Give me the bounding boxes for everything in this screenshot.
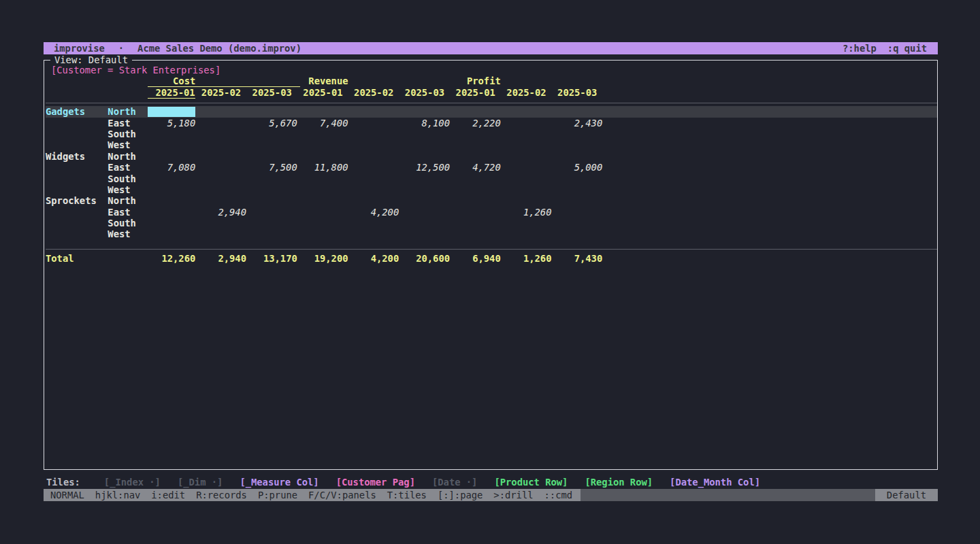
cell-value[interactable] [555,184,606,195]
cell-value[interactable] [351,129,402,139]
month-header[interactable]: 2025-01 [300,87,351,98]
table-row[interactable]: West [46,184,937,195]
cell-value[interactable] [351,218,402,228]
table-row[interactable]: South [46,129,937,139]
cell-value[interactable] [351,195,402,206]
cell-value[interactable] [351,139,402,150]
month-header[interactable]: 2025-03 [402,87,453,98]
cell-value[interactable] [351,118,402,129]
cell-value[interactable] [148,228,199,239]
month-header[interactable]: 2025-02 [351,87,402,98]
cell-value[interactable] [300,151,351,162]
cell-value[interactable] [555,106,606,117]
cell-value[interactable] [198,151,249,162]
cell-cursor[interactable] [148,107,196,117]
table-row[interactable]: Gadgets North [46,106,937,117]
cell-value[interactable] [555,207,606,218]
cell-value[interactable] [402,218,453,228]
cell-value[interactable] [198,139,249,150]
cell-value[interactable] [453,129,504,139]
cell-value[interactable]: 11,800 [300,162,351,173]
table-row[interactable]: Sprockets North [46,195,937,206]
cell-value[interactable]: 7,400 [300,118,351,129]
cell-value[interactable] [402,151,453,162]
cell-value[interactable] [555,151,606,162]
cell-value[interactable] [198,173,249,184]
cell-value[interactable]: 1,260 [504,207,555,218]
table-row[interactable]: South [46,173,937,184]
tile-customer-pag[interactable]: [Customer Pag] [336,477,415,488]
cell-value[interactable] [148,106,199,117]
customer-filter-chip[interactable]: [Customer = Stark Enterprises] [46,65,937,75]
table-row[interactable]: West [46,139,937,150]
table-row[interactable]: South [46,218,937,228]
table-row[interactable]: Widgets North [46,151,937,162]
cell-value[interactable] [453,218,504,228]
cell-value[interactable] [148,139,199,150]
cell-value[interactable] [300,139,351,150]
cell-value[interactable] [300,173,351,184]
cell-value[interactable] [351,162,402,173]
cell-value[interactable] [351,184,402,195]
month-header[interactable]: 2025-01 [453,87,504,98]
month-header[interactable]: 2025-03 [249,87,300,98]
month-header[interactable]: 2025-01 [148,87,199,98]
cell-value[interactable] [504,162,555,173]
tile-region-row[interactable]: [Region Row] [585,477,653,488]
cell-value[interactable] [453,184,504,195]
cell-value[interactable] [453,195,504,206]
cell-value[interactable] [453,173,504,184]
cell-value[interactable] [351,228,402,239]
cell-value[interactable] [300,218,351,228]
cell-value[interactable] [198,162,249,173]
tile-date[interactable]: [Date ·] [432,477,477,488]
cell-value[interactable] [504,151,555,162]
cell-value[interactable] [402,207,453,218]
cell-value[interactable] [504,118,555,129]
cell-value[interactable]: 7,080 [148,162,199,173]
cell-value[interactable] [504,195,555,206]
cell-value[interactable] [555,139,606,150]
cell-value[interactable] [555,228,606,239]
cell-value[interactable]: 2,430 [555,118,606,129]
table-row[interactable]: West [46,228,937,239]
cell-value[interactable] [402,195,453,206]
cell-value[interactable] [148,129,199,139]
measure-group-profit[interactable]: Profit [453,75,605,86]
cell-value[interactable]: 12,500 [402,162,453,173]
cell-value[interactable] [249,184,300,195]
cell-value[interactable] [249,151,300,162]
cell-value[interactable] [402,139,453,150]
table-row[interactable]: East 5,1805,6707,4008,1002,2202,430 [46,118,937,129]
cell-value[interactable]: 5,180 [148,118,199,129]
cell-value[interactable] [555,195,606,206]
cell-value[interactable] [198,184,249,195]
cell-value[interactable] [148,184,199,195]
cell-value[interactable] [402,228,453,239]
cell-value[interactable]: 5,000 [555,162,606,173]
cell-value[interactable] [300,106,351,117]
month-header[interactable]: 2025-02 [504,87,555,98]
cell-value[interactable] [555,173,606,184]
cell-value[interactable] [402,173,453,184]
cell-value[interactable] [504,139,555,150]
cell-value[interactable] [453,151,504,162]
tile-index[interactable]: [_Index ·] [104,477,161,488]
cell-value[interactable] [504,106,555,117]
tile-product-row[interactable]: [Product Row] [494,477,568,488]
cell-value[interactable] [300,184,351,195]
cell-value[interactable] [351,106,402,117]
cell-value[interactable] [504,184,555,195]
cell-value[interactable] [148,207,199,218]
table-row[interactable]: East 2,9404,2001,260 [46,207,937,218]
cell-value[interactable] [148,218,199,228]
cell-value[interactable] [504,173,555,184]
tile-dim[interactable]: [_Dim ·] [178,477,223,488]
cell-value[interactable] [249,218,300,228]
cell-value[interactable] [198,129,249,139]
cell-value[interactable] [453,228,504,239]
cell-value[interactable] [453,207,504,218]
cell-value[interactable] [198,195,249,206]
cell-value[interactable] [300,228,351,239]
cell-value[interactable] [300,195,351,206]
